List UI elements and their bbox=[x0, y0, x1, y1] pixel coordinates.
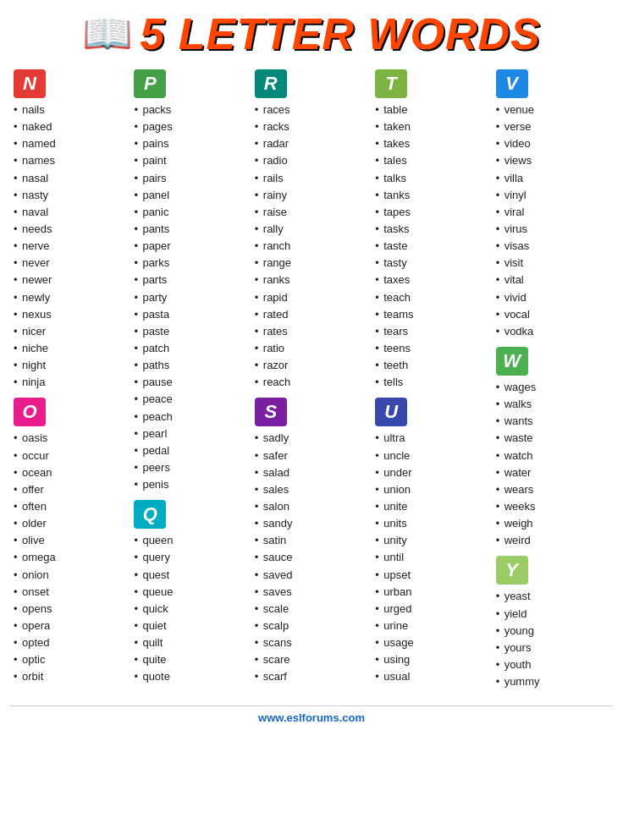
list-item: ranks bbox=[255, 272, 368, 288]
list-item: racks bbox=[255, 118, 368, 135]
list-item: sadly bbox=[255, 430, 368, 447]
section-V: Vvenueversevideoviewsvillavinylviralviru… bbox=[496, 69, 609, 340]
list-item: races bbox=[255, 102, 368, 118]
list-item: scale bbox=[255, 601, 368, 618]
list-item: onion bbox=[14, 567, 127, 584]
list-item: newer bbox=[14, 272, 127, 288]
list-item: wages bbox=[496, 379, 609, 396]
section-R: Rracesracksradarradiorailsrainyraiserall… bbox=[255, 69, 368, 391]
list-item: ninja bbox=[14, 374, 127, 391]
list-item: query bbox=[134, 549, 247, 566]
list-item: paper bbox=[134, 238, 247, 255]
list-item: pause bbox=[134, 374, 247, 391]
list-item: ranch bbox=[255, 238, 368, 255]
list-item: nasty bbox=[14, 187, 127, 204]
list-item: watch bbox=[496, 447, 609, 464]
list-item: razor bbox=[255, 357, 368, 374]
list-item: offer bbox=[14, 481, 127, 498]
list-item: youth bbox=[496, 656, 609, 673]
list-item: vocal bbox=[496, 306, 609, 323]
page-header: 📖 5 LETTER WORDS bbox=[10, 8, 613, 59]
list-item: tapes bbox=[375, 204, 488, 221]
list-item: rates bbox=[255, 323, 368, 340]
list-item: pearl bbox=[134, 425, 247, 442]
list-item: pants bbox=[134, 221, 247, 238]
list-item: vodka bbox=[496, 323, 609, 340]
word-list-O: oasisoccuroceanofferoftenolderoliveomega… bbox=[14, 430, 127, 685]
column-1: Ppackspagespainspaintpairspanelpanicpant… bbox=[130, 69, 251, 697]
word-list-T: tabletakentakestalestalkstankstapestasks… bbox=[375, 102, 488, 391]
word-list-Q: queenqueryquestqueuequickquietquiltquite… bbox=[134, 532, 247, 685]
list-item: unite bbox=[375, 498, 488, 515]
list-item: nasal bbox=[14, 170, 127, 187]
list-item: scalp bbox=[255, 618, 368, 634]
list-item: walks bbox=[496, 396, 609, 413]
letter-badge-W: W bbox=[496, 347, 528, 376]
list-item: opens bbox=[14, 601, 127, 618]
list-item: sandy bbox=[255, 515, 368, 532]
word-list-S: sadlysafersaladsalessalonsandysatinsauce… bbox=[255, 430, 368, 685]
list-item: vital bbox=[496, 272, 609, 288]
list-item: tasks bbox=[375, 221, 488, 238]
list-item: saves bbox=[255, 584, 368, 601]
list-item: range bbox=[255, 255, 368, 272]
letter-badge-T: T bbox=[375, 69, 407, 98]
list-item: sauce bbox=[255, 549, 368, 566]
list-item: queue bbox=[134, 584, 247, 601]
list-item: scans bbox=[255, 634, 368, 651]
list-item: safer bbox=[255, 447, 368, 464]
list-item: teens bbox=[375, 340, 488, 357]
list-item: omega bbox=[14, 549, 127, 566]
list-item: urged bbox=[375, 601, 488, 618]
list-item: weird bbox=[496, 532, 609, 549]
list-item: nicer bbox=[14, 323, 127, 340]
list-item: quick bbox=[134, 601, 247, 618]
list-item: units bbox=[375, 515, 488, 532]
list-item: usage bbox=[375, 634, 488, 651]
list-item: parts bbox=[134, 272, 247, 288]
list-item: packs bbox=[134, 102, 247, 118]
list-item: night bbox=[14, 357, 127, 374]
section-U: Uultrauncleunderunionuniteunitsunityunti… bbox=[375, 398, 488, 685]
list-item: usual bbox=[375, 668, 488, 685]
list-item: never bbox=[14, 255, 127, 272]
list-item: verse bbox=[496, 118, 609, 135]
list-item: yeast bbox=[496, 588, 609, 605]
list-item: radio bbox=[255, 152, 368, 169]
list-item: party bbox=[134, 289, 247, 306]
list-item: rapid bbox=[255, 289, 368, 306]
list-item: visit bbox=[496, 255, 609, 272]
list-item: viral bbox=[496, 204, 609, 221]
letter-badge-Y: Y bbox=[496, 556, 528, 585]
list-item: teams bbox=[375, 306, 488, 323]
list-item: young bbox=[496, 623, 609, 640]
columns-container: Nnailsnakednamednamesnasalnastynavalneed… bbox=[10, 69, 613, 697]
list-item: waste bbox=[496, 430, 609, 447]
column-3: Ttabletakentakestalestalkstankstapestask… bbox=[372, 69, 492, 697]
list-item: rally bbox=[255, 221, 368, 238]
list-item: ocean bbox=[14, 464, 127, 481]
list-item: saved bbox=[255, 567, 368, 584]
list-item: pedal bbox=[134, 442, 247, 459]
list-item: teeth bbox=[375, 357, 488, 374]
list-item: table bbox=[375, 102, 488, 118]
page-title: 5 LETTER WORDS bbox=[140, 8, 540, 59]
list-item: weeks bbox=[496, 498, 609, 515]
list-item: union bbox=[375, 481, 488, 498]
list-item: paste bbox=[134, 323, 247, 340]
list-item: peace bbox=[134, 391, 247, 408]
list-item: nerve bbox=[14, 238, 127, 255]
section-T: Ttabletakentakestalestalkstankstapestask… bbox=[375, 69, 488, 391]
word-list-N: nailsnakednamednamesnasalnastynavalneeds… bbox=[14, 102, 127, 391]
list-item: radar bbox=[255, 135, 368, 152]
section-Q: Qqueenqueryquestqueuequickquietquiltquit… bbox=[134, 500, 247, 685]
list-item: talks bbox=[375, 170, 488, 187]
list-item: oasis bbox=[14, 430, 127, 447]
list-item: quote bbox=[134, 668, 247, 685]
list-item: naval bbox=[14, 204, 127, 221]
list-item: pains bbox=[134, 135, 247, 152]
list-item: quest bbox=[134, 567, 247, 584]
list-item: opted bbox=[14, 634, 127, 651]
column-0: Nnailsnakednamednamesnasalnastynavalneed… bbox=[10, 69, 130, 697]
list-item: paint bbox=[134, 152, 247, 169]
